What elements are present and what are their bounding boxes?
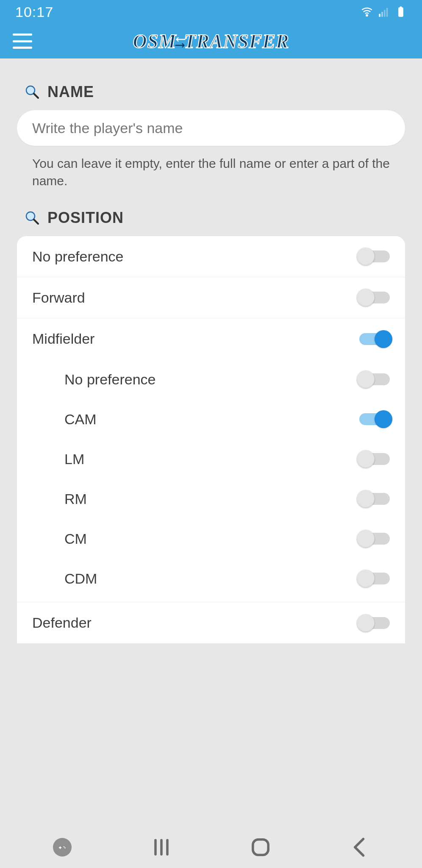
svg-rect-18: [253, 840, 268, 855]
row-label: RM: [64, 491, 87, 507]
search-icon: [25, 84, 40, 100]
swap-icon: [174, 36, 186, 48]
toggle-forward[interactable]: [359, 292, 390, 303]
name-section-header: NAME: [25, 83, 405, 101]
position-section-header: POSITION: [25, 209, 405, 227]
svg-rect-1: [379, 14, 380, 17]
game-launcher-button[interactable]: [50, 835, 74, 859]
status-bar: 10:17: [0, 0, 422, 24]
row-lm[interactable]: LM: [17, 439, 405, 479]
name-header-label: NAME: [47, 83, 94, 101]
row-cam[interactable]: CAM: [17, 399, 405, 439]
row-rm[interactable]: RM: [17, 479, 405, 519]
row-cdm[interactable]: CDM: [17, 559, 405, 598]
name-hint: You can leave it empty, enter the full n…: [32, 155, 390, 189]
svg-rect-3: [384, 10, 386, 17]
row-midfielder[interactable]: Midfielder: [17, 318, 405, 359]
row-label: CM: [64, 531, 87, 547]
svg-rect-12: [59, 847, 61, 848]
status-icons: [361, 6, 407, 18]
toggle-no-preference[interactable]: [359, 250, 390, 262]
svg-rect-2: [381, 12, 383, 17]
toggle-cdm[interactable]: [359, 573, 390, 584]
row-label: Forward: [32, 289, 85, 306]
content: NAME You can leave it empty, enter the f…: [0, 58, 422, 659]
row-defender[interactable]: Defender: [17, 602, 405, 643]
midfielder-group: Midfielder No preference CAM LM RM CM: [17, 318, 405, 602]
toggle-lm[interactable]: [359, 453, 390, 465]
battery-icon: [395, 6, 407, 18]
svg-point-14: [64, 847, 66, 849]
row-forward[interactable]: Forward: [17, 277, 405, 318]
toggle-mid-no-pref[interactable]: [359, 373, 390, 385]
row-label: Defender: [32, 615, 92, 631]
gamepad-icon: [53, 838, 72, 857]
search-icon: [25, 210, 40, 225]
row-label: No preference: [64, 371, 155, 388]
row-label: Midfielder: [32, 331, 94, 347]
row-label: CAM: [64, 411, 97, 428]
menu-button[interactable]: [13, 33, 32, 49]
name-input-wrap[interactable]: [17, 110, 405, 146]
svg-rect-5: [398, 8, 403, 17]
row-label: CDM: [64, 570, 97, 587]
row-cm[interactable]: CM: [17, 519, 405, 559]
player-name-input[interactable]: [32, 120, 390, 136]
row-label: LM: [64, 451, 84, 467]
svg-point-0: [366, 15, 367, 16]
signal-icon: [378, 6, 390, 18]
svg-point-13: [64, 846, 65, 848]
row-label: No preference: [32, 248, 123, 265]
row-no-preference[interactable]: No preference: [17, 236, 405, 277]
home-button[interactable]: [249, 835, 272, 859]
system-nav-bar: [0, 826, 422, 868]
app-bar: OSM TRANSFER: [0, 24, 422, 58]
app-title: OSM TRANSFER: [133, 30, 289, 53]
status-time: 10:17: [15, 4, 53, 20]
wifi-icon: [361, 6, 373, 18]
position-header-label: POSITION: [47, 209, 124, 227]
back-button[interactable]: [348, 835, 372, 859]
svg-rect-4: [386, 8, 388, 17]
svg-rect-6: [400, 6, 402, 8]
toggle-cm[interactable]: [359, 533, 390, 545]
toggle-cam[interactable]: [359, 413, 390, 425]
toggle-defender[interactable]: [359, 617, 390, 629]
row-mid-no-pref[interactable]: No preference: [17, 359, 405, 399]
svg-line-8: [34, 94, 38, 98]
toggle-midfielder[interactable]: [359, 333, 390, 345]
toggle-rm[interactable]: [359, 493, 390, 505]
recents-button[interactable]: [150, 835, 173, 859]
svg-line-10: [34, 220, 38, 224]
position-card: No preference Forward Midfielder No pref…: [17, 236, 405, 643]
